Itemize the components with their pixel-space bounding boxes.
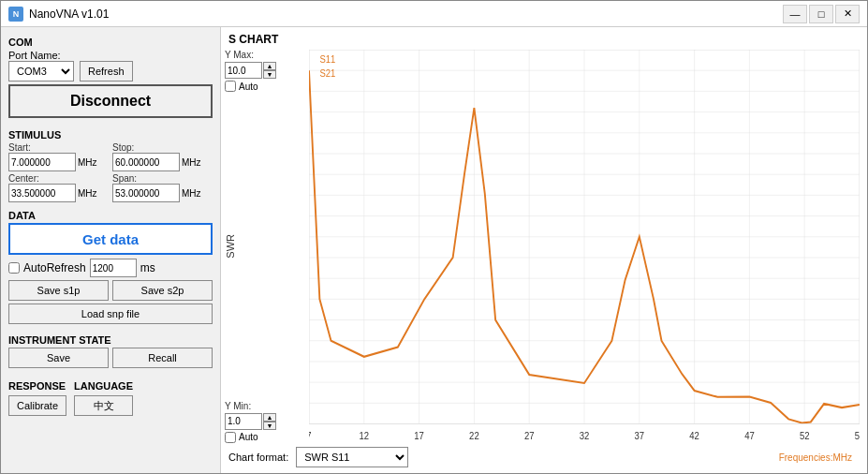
start-input[interactable] <box>8 153 76 171</box>
autorefresh-checkbox[interactable] <box>8 262 20 274</box>
chart-format-select[interactable]: SWR S11 SWR S21 Smith S11 Phase S11 Phas… <box>296 447 408 467</box>
disconnect-button[interactable]: Disconnect <box>8 84 213 118</box>
y-max-spinbox-row: ▲ ▼ <box>225 62 276 79</box>
stop-spinbox-row: MHz <box>112 153 213 171</box>
y-max-input[interactable] <box>225 62 262 79</box>
center-spinbox-row: MHz <box>8 184 109 202</box>
s21-chart-label: S21 <box>319 67 335 78</box>
save-s1p-button[interactable]: Save s1p <box>8 280 109 301</box>
span-label: Span: <box>112 173 213 184</box>
autorefresh-value[interactable] <box>90 259 137 277</box>
y-controls: Y Max: ▲ ▼ Auto <box>225 50 309 443</box>
y-max-auto-row: Auto <box>225 81 276 92</box>
center-field: Center: MHz <box>8 173 109 202</box>
stop-input[interactable] <box>112 153 180 171</box>
span-field: Span: MHz <box>112 173 213 202</box>
title-bar-left: N NanoVNA v1.01 <box>8 7 109 22</box>
instrument-section-label: INSTRUMENT STATE <box>8 334 213 346</box>
y-min-auto-label: Auto <box>239 432 258 442</box>
com-section-label: COM <box>8 37 213 48</box>
x-axis-labels: 7 12 17 22 27 32 37 42 47 52 57 <box>309 431 860 441</box>
load-snp-button[interactable]: Load snp file <box>8 304 213 324</box>
calibrate-button[interactable]: Calibrate <box>8 395 66 416</box>
s11-chart-label: S11 <box>319 54 335 65</box>
chart-area: S CHART Y Max: ▲ ▼ <box>221 27 867 473</box>
window-title: NanoVNA v1.01 <box>29 7 109 21</box>
stop-label: Stop: <box>112 142 213 153</box>
minimize-button[interactable]: — <box>783 5 807 23</box>
ms-label: ms <box>140 261 155 274</box>
swr-axis-label: SWR <box>225 234 236 259</box>
svg-text:27: 27 <box>524 431 535 441</box>
response-col: RESPONSE Calibrate <box>8 377 66 416</box>
y-max-auto-checkbox[interactable] <box>225 81 236 92</box>
close-button[interactable]: ✕ <box>835 5 860 23</box>
start-label: Start: <box>8 142 109 153</box>
y-min-up-button[interactable]: ▲ <box>263 413 276 422</box>
autorefresh-label: AutoRefresh <box>23 261 86 274</box>
get-data-button[interactable]: Get data <box>8 223 213 255</box>
chart-bottom: Chart format: SWR S11 SWR S21 Smith S11 … <box>225 447 860 467</box>
svg-text:57: 57 <box>855 431 860 441</box>
instrument-row: Save Recall <box>8 348 213 368</box>
chart-format-label: Chart format: <box>228 452 288 463</box>
lang-col: LANGUAGE 中文 <box>74 377 133 416</box>
y-min-input[interactable] <box>225 413 262 430</box>
recall-button[interactable]: Recall <box>112 348 213 368</box>
chart-svg: 10 9.5 9 8.5 8 7.5 7 6.5 6 5.5 5 4.5 <box>309 50 860 443</box>
center-input[interactable] <box>8 184 76 202</box>
y-min-section: Y Min: ▲ ▼ Auto <box>225 401 276 443</box>
chart-container: Y Max: ▲ ▼ Auto <box>225 50 860 443</box>
main-content: COM Port Name: COM3 Refresh Disconnect S… <box>1 27 867 473</box>
svg-text:17: 17 <box>414 431 424 441</box>
start-unit: MHz <box>78 157 97 168</box>
save-s2p-button[interactable]: Save s2p <box>112 280 213 301</box>
freq-axis-label: Frequencies:MHz <box>779 452 860 463</box>
y-min-label: Y Min: <box>225 401 276 411</box>
y-max-auto-label: Auto <box>239 81 258 92</box>
autorefresh-row: AutoRefresh ms <box>8 259 213 277</box>
start-spinbox-row: MHz <box>8 153 109 171</box>
maximize-button[interactable]: □ <box>809 5 833 23</box>
main-window: N NanoVNA v1.01 — □ ✕ COM Port Name: COM… <box>0 0 868 474</box>
y-max-spin-buttons: ▲ ▼ <box>263 62 276 79</box>
graph-wrapper: 10 9.5 9 8.5 8 7.5 7 6.5 6 5.5 5 4.5 <box>309 50 860 443</box>
y-min-auto-row: Auto <box>225 432 276 443</box>
span-input[interactable] <box>112 184 180 202</box>
refresh-button[interactable]: Refresh <box>80 61 133 81</box>
stop-field: Stop: MHz <box>112 142 213 171</box>
y-max-label: Y Max: <box>225 50 276 60</box>
stimulus-section: STIMULUS Start: MHz Stop: MHz <box>8 126 213 202</box>
title-bar: N NanoVNA v1.01 — □ ✕ <box>1 1 867 27</box>
y-max-down-button[interactable]: ▼ <box>263 70 276 79</box>
start-field: Start: MHz <box>8 142 109 171</box>
language-section-label: LANGUAGE <box>74 380 133 392</box>
stop-unit: MHz <box>182 157 201 168</box>
window-controls: — □ ✕ <box>783 5 860 23</box>
span-spinbox-row: MHz <box>112 184 213 202</box>
center-label: Center: <box>8 173 109 184</box>
y-max-up-button[interactable]: ▲ <box>263 62 276 70</box>
y-min-down-button[interactable]: ▼ <box>263 422 276 430</box>
center-unit: MHz <box>78 188 97 199</box>
y-min-auto-checkbox[interactable] <box>225 432 236 443</box>
y-min-spin-buttons: ▲ ▼ <box>263 413 276 430</box>
language-button[interactable]: 中文 <box>74 395 133 416</box>
data-section-label: DATA <box>8 210 213 221</box>
save-row: Save s1p Save s2p <box>8 280 213 301</box>
sidebar: COM Port Name: COM3 Refresh Disconnect S… <box>1 27 221 473</box>
response-lang-row: RESPONSE Calibrate LANGUAGE 中文 <box>8 377 213 416</box>
y-min-spinbox-row: ▲ ▼ <box>225 413 276 430</box>
com-row: COM3 Refresh <box>8 61 213 81</box>
chart-title: S CHART <box>225 33 860 46</box>
svg-text:12: 12 <box>360 431 370 441</box>
port-select[interactable]: COM3 <box>8 61 74 81</box>
port-name-label: Port Name: <box>8 50 213 61</box>
svg-text:37: 37 <box>635 431 645 441</box>
stimulus-section-label: STIMULUS <box>8 129 213 141</box>
svg-text:52: 52 <box>800 431 810 441</box>
svg-text:22: 22 <box>469 431 479 441</box>
svg-text:42: 42 <box>689 431 699 441</box>
instrument-section: INSTRUMENT STATE Save Recall <box>8 331 213 371</box>
save-instrument-button[interactable]: Save <box>8 348 109 368</box>
